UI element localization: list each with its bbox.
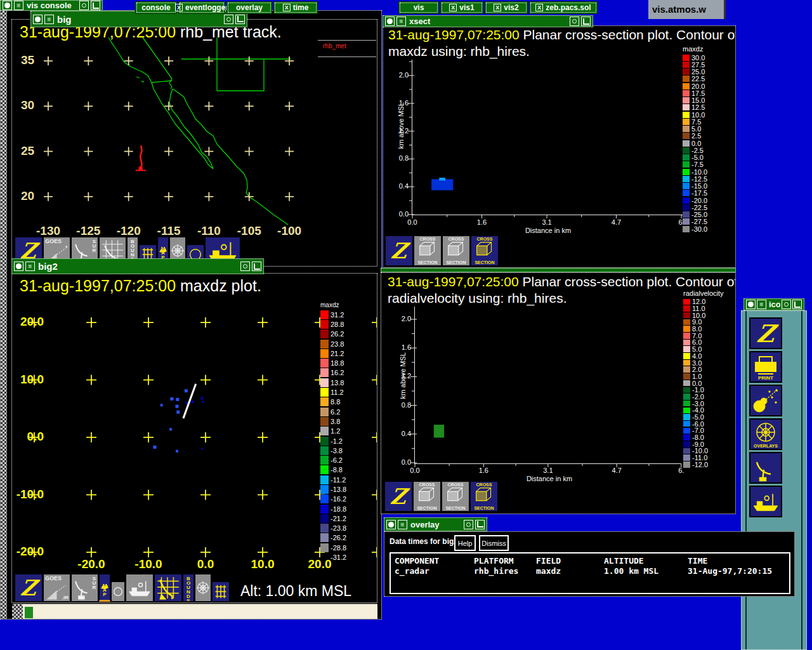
y-tick-label: -20.0	[16, 545, 44, 559]
window-doc-icon[interactable]: ≡	[398, 520, 407, 529]
legend-platform-label: rhb_met	[323, 43, 346, 50]
colorbar-entry: -22.5	[683, 204, 707, 211]
window-iconify-icon[interactable]	[475, 520, 485, 529]
colorbar-entry: 28.8	[320, 319, 346, 329]
zebra-logo-icon[interactable]: Z	[385, 235, 413, 266]
bounds-icon[interactable]: BOUNDS	[183, 574, 194, 602]
cross-section-active-icon[interactable]: CROSS SECTION	[471, 235, 499, 266]
big2-titlebar[interactable]: ≡ big2	[11, 258, 264, 274]
window-iconify-icon[interactable]	[581, 17, 591, 26]
colorbar-entry: 11.2	[320, 387, 346, 397]
launcher-overlay-button[interactable]: overlay	[226, 1, 272, 14]
ship-icon[interactable]	[126, 574, 154, 602]
window-dot-icon[interactable]	[570, 17, 579, 26]
window-dot-icon[interactable]	[240, 262, 250, 271]
xsect-header-line2: radialvelocity using: rhb_hires.	[388, 291, 566, 306]
launcher-time-button[interactable]: Xtime	[273, 1, 318, 14]
dismiss-button[interactable]: Dismiss	[479, 535, 509, 551]
window-iconify-icon[interactable]	[235, 15, 245, 24]
window-menu-icon[interactable]	[386, 520, 396, 529]
launcher-console-button[interactable]: console	[135, 1, 177, 14]
overlay-heading: Data times for big2	[390, 537, 458, 546]
colorbar-entry: 23.8	[320, 339, 346, 348]
cross-section-icon[interactable]: CROSS SECTION	[413, 481, 441, 512]
launcher-vis1-button[interactable]: Xvis1	[440, 1, 483, 14]
checkbox-icon[interactable]: X	[535, 4, 543, 11]
map-icon[interactable]: MAP	[99, 574, 110, 602]
console-scroll-handle[interactable]	[25, 607, 33, 618]
checkbox-icon[interactable]: X	[283, 4, 291, 11]
zebra-logo-icon[interactable]: Z	[15, 574, 43, 602]
window-doc-icon[interactable]: ≡	[757, 300, 766, 309]
checkbox-icon[interactable]: X	[175, 4, 183, 11]
overlay-titlebar[interactable]: ≡ overlay	[384, 517, 487, 531]
colorbar-entry: -18.8	[320, 504, 346, 514]
window-doc-icon[interactable]: ≡	[396, 17, 406, 26]
colorbar-entry: 5.0	[683, 346, 724, 353]
window-dot-icon[interactable]	[79, 1, 89, 10]
xsect-header-line2: maxdz using: rhb_hires.	[388, 44, 530, 59]
window-doc-icon[interactable]: ≡	[14, 1, 23, 10]
y-tick-label: -10.0	[16, 488, 44, 501]
console-input-strip[interactable]	[12, 604, 377, 620]
surface-radar-icon[interactable]: SUR	[71, 574, 98, 602]
help-button[interactable]: Help	[454, 535, 476, 551]
radar-grid-icon[interactable]	[154, 574, 182, 602]
launcher-vis2-button[interactable]: Xvis2	[485, 1, 528, 14]
overlays-icon[interactable]: OVERLAYS	[749, 418, 782, 450]
window-dot-icon[interactable]	[782, 300, 791, 309]
cross-section-icon[interactable]: CROSS SECTION	[442, 235, 470, 266]
big-window: 31-aug-1997,07:25:00 rhb_met track. rhb_…	[11, 19, 377, 267]
x-tick-label: 0.0	[407, 218, 417, 226]
y-tick-label: 0.8	[387, 154, 409, 162]
launcher-zeb-button[interactable]: Xzeb.pacs.sol	[529, 1, 598, 14]
window-menu-icon[interactable]	[3, 1, 12, 10]
cross-section-icon[interactable]: CROSS SECTION	[414, 235, 442, 266]
data-times-table: COMPONENT PLATFORM FIELD ALTITUDE TIME c…	[390, 552, 790, 594]
print-icon[interactable]: PRINT	[749, 351, 782, 383]
grid-icon[interactable]	[212, 581, 230, 602]
window-iconify-icon[interactable]	[91, 1, 100, 10]
launcher-eventlogger-button[interactable]: Xeventlogger	[178, 1, 225, 14]
colorbar-entry: -25.0	[683, 211, 707, 218]
window-doc-icon[interactable]: ≡	[44, 15, 54, 24]
window-menu-icon[interactable]	[385, 17, 395, 26]
telescope-icon[interactable]	[749, 385, 782, 416]
xsect-maxdz-plot[interactable]: 0.01.63.14.76.0.00.40.81.21.62.0	[412, 60, 683, 215]
xsect-header-line1: 31-aug-1997,07:25:00 Planar cross-sectio…	[388, 274, 736, 289]
window-iconify-icon[interactable]	[252, 262, 261, 271]
xsect-radialvelocity-plot[interactable]: 0.01.63.14.76.0.00.40.81.21.62.0	[414, 307, 681, 464]
icon-shelf-titlebar[interactable]: ≡ icon	[743, 298, 804, 310]
window-iconify-icon[interactable]	[792, 300, 802, 309]
launcher-vis-button[interactable]: vis	[398, 1, 439, 14]
window-dot-icon[interactable]	[224, 15, 233, 24]
window-doc-icon[interactable]: ≡	[25, 262, 35, 271]
cross-section-icon[interactable]: CROSS SECTION	[442, 481, 469, 512]
col-altitude: ALTITUDE	[604, 556, 688, 566]
xsect-titlebar[interactable]: ≡ xsect	[383, 15, 593, 27]
x-tick-label: -125	[76, 224, 100, 238]
y-tick-label: 20	[21, 189, 43, 203]
cross-section-active-icon[interactable]: CROSS SECTION	[470, 481, 498, 512]
checkbox-icon[interactable]: X	[494, 4, 501, 11]
window-dot-icon[interactable]	[464, 520, 473, 529]
radar-icon[interactable]	[749, 452, 782, 484]
remote-host-titlebar[interactable]: vis.atmos.w	[648, 0, 726, 19]
checkbox-icon[interactable]: X	[449, 4, 457, 11]
rings-icon[interactable]	[195, 574, 211, 602]
window-menu-icon[interactable]	[14, 262, 23, 271]
table-row[interactable]: c_radar rhb_hires maxdz 1.00 km MSL 31-A…	[395, 566, 789, 576]
y-tick-label: 1.2	[387, 127, 409, 135]
colorbar-entry: 26.2	[320, 329, 346, 339]
zebra-logo-icon[interactable]: Z	[749, 317, 782, 349]
colorbar-entry: -8.8	[320, 465, 346, 475]
window-menu-icon[interactable]	[33, 15, 43, 24]
zebra-logo-icon[interactable]: Z	[384, 481, 412, 512]
ship-icon[interactable]	[749, 486, 782, 517]
section-label: SECTION	[471, 506, 497, 510]
goes-ir-icon[interactable]: GOES .IR	[43, 574, 70, 602]
circle-icon[interactable]	[111, 581, 125, 602]
window-menu-icon[interactable]	[746, 300, 756, 309]
cell-platform: rhb_hires	[474, 566, 536, 576]
console-titlebar[interactable]: ≡ vis console	[0, 0, 103, 11]
